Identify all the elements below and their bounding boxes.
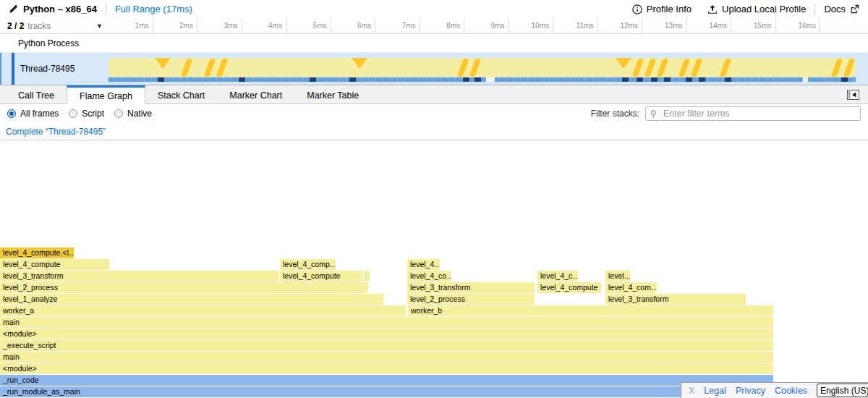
edit-pencil-icon[interactable] xyxy=(9,4,18,14)
flame-frame[interactable]: level_3_transform xyxy=(605,294,746,305)
footer-bar: XLegalPrivacyCookies English (US) xyxy=(681,382,868,398)
flame-frame[interactable]: level_4_compute.<l… xyxy=(0,247,74,258)
search-icon: ⚲ xyxy=(650,109,657,119)
ruler-tick: 12ms xyxy=(598,18,643,33)
flame-frame[interactable]: <module> xyxy=(0,329,773,339)
upload-icon xyxy=(707,4,718,14)
thread-label[interactable]: Thread-78495 xyxy=(20,53,75,85)
cpu-busy-segment xyxy=(637,77,643,82)
flame-frame[interactable]: main xyxy=(0,352,773,363)
marker-slash xyxy=(678,59,690,77)
marker-slash xyxy=(216,59,228,77)
marker-slash xyxy=(180,59,192,77)
flame-frame[interactable]: level_4_comp… xyxy=(280,259,336,270)
sidebar-toggle-button[interactable] xyxy=(847,90,859,100)
marker-slash xyxy=(456,59,469,77)
flame-frame[interactable]: worker_b xyxy=(408,305,773,316)
flame-frame[interactable]: level_1_analyze xyxy=(0,294,383,305)
cpu-busy-segment xyxy=(475,77,481,82)
radio-dot[interactable] xyxy=(114,109,123,118)
filter-stacks-label: Filter stacks: xyxy=(591,109,639,119)
samples-bar[interactable] xyxy=(109,77,856,82)
marker-slash xyxy=(830,59,843,77)
ruler-tick: 4ms xyxy=(242,18,287,33)
flame-toolbar: All framesScriptNative Filter stacks: ⚲ xyxy=(0,104,868,123)
flame-frame[interactable]: worker_a xyxy=(0,305,406,316)
cpu-busy-segment xyxy=(310,77,316,82)
flame-frame[interactable]: level_2_process xyxy=(407,294,535,305)
radio-label: Script xyxy=(82,109,104,119)
frame-filter-radios: All framesScriptNative xyxy=(7,109,162,119)
flame-graph-canvas[interactable]: level_4_compute.<l…level_4_computelevel_… xyxy=(0,142,868,398)
tab-marker-table[interactable]: Marker Table xyxy=(294,85,371,103)
app-header: Python – x86_64 Full Range (17ms) Profil… xyxy=(0,0,868,18)
cpu-busy-segment xyxy=(622,77,629,82)
marker-slash xyxy=(719,59,731,77)
flame-frame[interactable]: level_4_compute xyxy=(0,259,109,270)
cpu-busy-segment xyxy=(158,77,164,82)
external-link-icon xyxy=(850,4,859,14)
tracks-summary: 2 / 2 tracks ▼ xyxy=(0,18,109,33)
flame-frame[interactable]: level_4_co… xyxy=(407,271,451,281)
cpu-busy-segment xyxy=(651,77,658,82)
flame-frame[interactable]: <module> xyxy=(0,363,773,374)
breadcrumb-complete-thread[interactable]: Complete “Thread-78495” xyxy=(6,127,106,137)
flame-frame[interactable]: _execute_script xyxy=(0,340,773,351)
flame-frame[interactable] xyxy=(364,271,370,281)
radio-all-frames[interactable]: All frames xyxy=(7,109,59,119)
tab-call-tree[interactable]: Call Tree xyxy=(6,85,67,103)
ruler-tick: 6ms xyxy=(331,18,376,33)
flame-frame[interactable]: _run_module_as_main xyxy=(0,386,773,397)
flame-frame[interactable]: main xyxy=(0,317,773,328)
marker-triangle xyxy=(616,58,631,69)
radio-dot[interactable] xyxy=(7,109,16,118)
divider xyxy=(106,4,106,14)
flame-frame[interactable]: level_4_c… xyxy=(537,271,578,281)
tab-marker-chart[interactable]: Marker Chart xyxy=(217,85,294,103)
language-select[interactable]: English (US) xyxy=(817,384,868,397)
tab-stack-chart[interactable]: Stack Chart xyxy=(145,85,217,103)
flame-frame[interactable]: level_3_transform xyxy=(407,282,535,293)
flame-frame[interactable]: level_4_compute xyxy=(537,282,601,293)
cpu-busy-segment xyxy=(699,77,705,82)
flame-frame[interactable]: _run_code xyxy=(0,375,773,386)
marker-slash xyxy=(656,59,668,77)
flame-frame[interactable]: level_4_compute xyxy=(280,271,362,281)
footer-link-x[interactable]: X xyxy=(689,386,694,396)
footer-link-legal[interactable]: Legal xyxy=(704,386,726,396)
footer-link-privacy[interactable]: Privacy xyxy=(736,386,765,396)
upload-profile-button[interactable]: Upload Local Profile xyxy=(707,4,806,14)
sample-gap xyxy=(486,77,495,82)
cpu-busy-segment xyxy=(239,77,245,82)
profile-title[interactable]: Python – x86_64 xyxy=(23,4,97,14)
cpu-busy-segment xyxy=(463,77,469,82)
profile-info-button[interactable]: Profile Info xyxy=(632,4,692,14)
marker-triangle xyxy=(155,58,171,69)
tracks-dropdown-caret[interactable]: ▼ xyxy=(96,22,103,30)
process-track-header[interactable]: Python Process xyxy=(0,34,868,53)
breadcrumb-row: Complete “Thread-78495” xyxy=(0,123,868,140)
tab-flame-graph[interactable]: Flame Graph xyxy=(67,85,145,104)
marker-slash xyxy=(469,59,481,77)
panel-tab-bar: Call TreeFlame GraphStack ChartMarker Ch… xyxy=(0,85,868,104)
radio-script[interactable]: Script xyxy=(69,109,104,119)
marker-slash xyxy=(203,59,216,77)
info-icon xyxy=(632,4,642,14)
flame-frame[interactable]: level_4… xyxy=(407,259,440,270)
ruler-tick: 15ms xyxy=(731,18,776,33)
filter-stacks-input[interactable] xyxy=(645,106,861,121)
activity-graph[interactable] xyxy=(109,58,856,77)
flame-frame[interactable]: level_3_transform xyxy=(0,271,278,281)
flame-frame[interactable]: level… xyxy=(605,271,630,281)
radio-native[interactable]: Native xyxy=(114,109,152,119)
full-range-button[interactable]: Full Range (17ms) xyxy=(115,4,192,14)
flame-frame[interactable]: level_4_com… xyxy=(605,282,657,293)
cpu-busy-segment xyxy=(686,77,692,82)
sample-gap xyxy=(803,77,808,82)
docs-link[interactable]: Docs xyxy=(824,4,859,14)
ruler-tick: 11ms xyxy=(553,18,598,33)
flame-frame[interactable]: level_2_process xyxy=(0,282,368,293)
thread-track[interactable]: Thread-78495 xyxy=(0,53,868,85)
footer-link-cookies[interactable]: Cookies xyxy=(775,386,807,396)
radio-dot[interactable] xyxy=(69,109,77,118)
